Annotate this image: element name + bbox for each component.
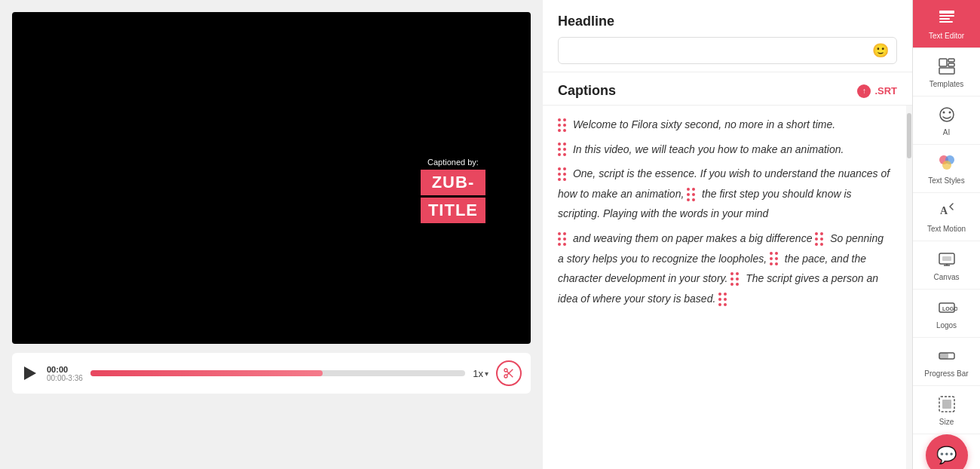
subtitle-overlay: Captioned by: ZUB- TITLE xyxy=(421,158,485,225)
sidebar-item-templates[interactable]: Templates xyxy=(913,48,980,97)
drag-handle-2[interactable] xyxy=(558,143,567,157)
middle-panel: Headline 🙂 Captions ↑ .SRT Welc xyxy=(543,0,912,469)
svg-point-14 xyxy=(948,112,951,114)
scissors-icon xyxy=(503,367,515,379)
scrollbar[interactable] xyxy=(906,106,912,469)
right-sidebar: Text Editor Templates AI Text Styles xyxy=(912,0,980,469)
sidebar-item-progress-bar[interactable]: Progress Bar xyxy=(913,338,980,386)
ai-label: AI xyxy=(943,128,950,136)
upgrade-icon: 💬 xyxy=(936,446,957,465)
speed-selector[interactable]: 1x ▾ xyxy=(473,368,488,379)
svg-point-0 xyxy=(504,369,507,372)
svg-rect-4 xyxy=(939,11,954,14)
canvas-icon xyxy=(936,249,957,270)
subtitle-line2: TITLE xyxy=(421,198,485,223)
text-editor-icon xyxy=(936,8,957,29)
drag-handle-4[interactable] xyxy=(558,232,567,247)
upgrade-button[interactable]: 💬 xyxy=(926,434,968,469)
headline-input[interactable] xyxy=(566,44,872,57)
drag-handle-inline-5[interactable] xyxy=(718,293,727,307)
srt-label: .SRT xyxy=(874,85,897,97)
sidebar-item-text-motion[interactable]: A Text Motion xyxy=(913,193,980,241)
text-styles-label: Text Styles xyxy=(928,176,964,185)
upload-icon: ↑ xyxy=(857,84,871,98)
progress-bar[interactable] xyxy=(90,370,465,376)
svg-rect-5 xyxy=(939,15,954,17)
drag-dots-4 xyxy=(558,232,567,247)
size-icon xyxy=(936,394,957,415)
sidebar-item-text-styles[interactable]: Text Styles xyxy=(913,145,980,193)
drag-dots-2 xyxy=(558,143,567,157)
caption-line-3: One, script is the essence. If you wish … xyxy=(558,164,891,224)
headline-section: Headline 🙂 xyxy=(543,0,912,72)
templates-icon xyxy=(936,56,957,77)
caption-line-4: and weaving them on paper makes a big di… xyxy=(558,228,891,308)
svg-rect-9 xyxy=(948,59,954,62)
captions-content[interactable]: Welcome to Filora sixty second, no more … xyxy=(543,106,906,469)
play-button[interactable] xyxy=(21,364,39,382)
scrollbar-thumb xyxy=(907,113,911,158)
svg-point-1 xyxy=(504,375,507,378)
caption-line-1: Welcome to Filora sixty second, no more … xyxy=(558,115,891,135)
svg-rect-7 xyxy=(939,21,953,23)
drag-handle-inline-2[interactable] xyxy=(815,232,824,247)
playback-controls: 00:00 00:00-3:36 1x ▾ xyxy=(12,353,531,394)
headline-label: Headline xyxy=(558,14,897,29)
captioned-by-label: Captioned by: xyxy=(421,158,485,167)
drag-handle-1[interactable] xyxy=(558,118,567,133)
drag-handle-inline-4[interactable] xyxy=(730,272,740,287)
speed-chevron-icon: ▾ xyxy=(485,369,488,378)
svg-rect-8 xyxy=(939,59,947,66)
sidebar-item-logos[interactable]: LOGO Logos xyxy=(913,290,980,338)
text-motion-label: Text Motion xyxy=(927,225,966,233)
progress-bar-icon xyxy=(936,345,957,366)
emoji-button[interactable]: 🙂 xyxy=(872,42,889,59)
progress-fill xyxy=(90,370,323,376)
svg-text:A: A xyxy=(940,205,948,216)
captions-header: Captions ↑ .SRT xyxy=(543,72,912,106)
drag-handle-inline-1[interactable] xyxy=(687,188,696,202)
svg-point-12 xyxy=(940,108,954,121)
drag-handle-inline-3[interactable] xyxy=(770,252,779,266)
svg-rect-20 xyxy=(942,256,951,261)
logos-icon: LOGO xyxy=(936,297,957,318)
svg-rect-10 xyxy=(948,63,954,66)
size-label: Size xyxy=(939,418,954,426)
drag-dots-1 xyxy=(558,118,567,133)
scissors-button[interactable] xyxy=(496,360,522,386)
sidebar-item-text-editor[interactable]: Text Editor xyxy=(913,0,980,48)
captions-area: Welcome to Filora sixty second, no more … xyxy=(543,106,912,469)
canvas-label: Canvas xyxy=(934,273,960,281)
svg-rect-26 xyxy=(939,353,948,359)
video-preview: Captioned by: ZUB- TITLE xyxy=(12,12,531,344)
sidebar-item-size[interactable]: Size xyxy=(913,386,980,434)
logos-label: Logos xyxy=(936,321,957,330)
svg-rect-11 xyxy=(939,68,954,74)
time-current: 00:00 xyxy=(47,365,83,374)
caption-line-2: In this video, we will teach you how to … xyxy=(558,139,891,160)
svg-point-17 xyxy=(942,161,951,170)
text-editor-label: Text Editor xyxy=(929,32,964,40)
svg-rect-6 xyxy=(939,18,950,20)
text-styles-icon xyxy=(936,152,957,173)
captions-label: Captions xyxy=(558,83,616,99)
time-display: 00:00 00:00-3:36 xyxy=(47,365,83,382)
drag-handle-3[interactable] xyxy=(558,167,567,182)
srt-upload-button[interactable]: ↑ .SRT xyxy=(857,84,897,98)
play-icon xyxy=(24,366,36,380)
svg-rect-28 xyxy=(942,400,951,409)
svg-text:LOGO: LOGO xyxy=(942,306,957,311)
sidebar-item-canvas[interactable]: Canvas xyxy=(913,241,980,290)
text-motion-icon: A xyxy=(936,201,957,222)
templates-label: Templates xyxy=(929,80,964,88)
drag-dots-3 xyxy=(558,167,567,182)
progress-bar-label: Progress Bar xyxy=(924,369,968,378)
sidebar-item-ai[interactable]: AI xyxy=(913,97,980,145)
left-panel: Captioned by: ZUB- TITLE 00:00 00:00-3:3… xyxy=(0,0,543,469)
subtitle-line1: ZUB- xyxy=(421,170,485,195)
ai-icon xyxy=(936,104,957,125)
time-total: 00:00-3:36 xyxy=(47,374,83,382)
svg-point-13 xyxy=(942,112,945,114)
speed-value: 1x xyxy=(473,368,483,379)
headline-input-row[interactable]: 🙂 xyxy=(558,37,897,64)
